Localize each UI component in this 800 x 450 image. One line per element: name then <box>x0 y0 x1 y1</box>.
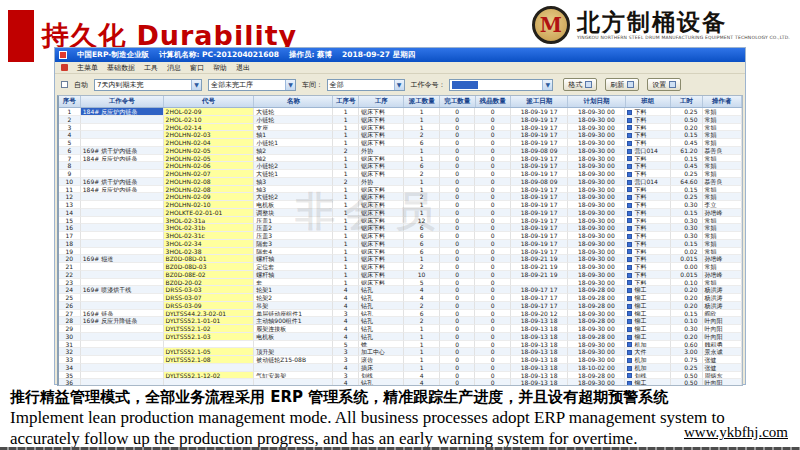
table-row[interactable]: 11184# 反应炉内链条2HOLHN-02-08轴31锯床下料10018-09… <box>59 186 742 194</box>
cell-操作者: 叶向阳 <box>703 333 742 341</box>
cell-名称: 单层链动座组件1 <box>254 310 333 318</box>
team-sort-icon <box>627 218 632 223</box>
cell-班组: 下料 <box>625 155 670 163</box>
column-header-2[interactable]: 代号 <box>164 96 255 107</box>
cell-序号: 16 <box>59 224 81 232</box>
table-row[interactable]: 27169# 链条DYLTSS44.2.3-02-01单层链动座组件13钻孔60… <box>59 310 742 318</box>
column-header-4[interactable]: 工序号 <box>333 96 359 107</box>
process-filter-select[interactable]: 全部未完工序 ▼ <box>208 79 296 91</box>
cell-计划日期: 18-09-28 00 <box>568 333 625 341</box>
cell-工序: 钻孔 <box>359 294 404 302</box>
table-row[interactable]: 42HOLHN-02-03轴11锯床下料20018-09-19 1718-09-… <box>59 131 742 139</box>
cell-残品数量: 0 <box>475 294 511 302</box>
cell-派工数量: 6 <box>404 224 440 232</box>
table-row[interactable]: 35DYLTSS52.1-12-02气缸安装架3划线40018-09-13 18… <box>59 372 742 380</box>
column-header-5[interactable]: 工序 <box>359 96 404 107</box>
table-row[interactable]: 7184# 反应炉内链条2HOLHN-02-05轴21锯床下料10018-09-… <box>59 155 742 163</box>
column-header-0[interactable]: 序号 <box>59 96 81 107</box>
table-row[interactable]: 30DYLTSS52.1-03电机板4钻孔10018-09-13 1818-09… <box>59 333 742 341</box>
cell-计划日期: 18-09-30 00 <box>568 131 625 139</box>
workshop-select[interactable]: 全部 ▼ <box>327 79 405 91</box>
table-row[interactable]: 122HOLHN-02-09大链轮21锯床下料20018-09-19 1718-… <box>59 193 742 201</box>
cell-名称: 气缸安装架 <box>254 372 333 380</box>
cell-序号: 28 <box>59 317 81 325</box>
table-row[interactable]: 32HOL-02-14支座1锯床下料10018-09-19 1718-09-30… <box>59 124 742 132</box>
menu-item-3[interactable]: 消息 <box>167 63 181 73</box>
team-sort-icon <box>627 172 632 177</box>
table-row[interactable]: 28169# 反应升降链条DYLTSS52.1-01-01主动轴900组件14钻… <box>59 317 742 325</box>
table-row[interactable]: 92HOLHN-02-07大链轮11锯床下料20018-09-19 1718-0… <box>59 170 742 178</box>
cell-序号: 24 <box>59 286 81 294</box>
cell-完工数量: 0 <box>440 170 476 178</box>
table-row[interactable]: 153HOL-02-31a压盖11锯床下料120018-09-19 1718-0… <box>59 217 742 225</box>
cell-派工日期: 18-09-19 17 <box>511 217 568 225</box>
table-row[interactable]: 29DYLTSS52.1-02履架连接板4钻孔10018-09-13 1818-… <box>59 325 742 333</box>
cell-班组: 下料 <box>625 162 670 170</box>
table-row[interactable]: 25DRSS-03-07轮架24钻孔40018-09-17 1718-09-28… <box>59 294 742 302</box>
table-row[interactable]: 22HOL-02-10小链轮1锯床下料10018-09-19 1718-09-3… <box>59 116 742 124</box>
menu-item-2[interactable]: 工具 <box>144 63 158 73</box>
menu-item-5[interactable]: 帮助 <box>213 63 227 73</box>
cell-派工日期: 18-09-21 19 <box>511 255 568 263</box>
menu-item-0[interactable]: 主菜单 <box>77 63 98 73</box>
toolbar-button-1[interactable]: 刷新 <box>605 78 639 91</box>
toolbar-button-2[interactable]: 设置 <box>647 78 681 91</box>
menu-item-4[interactable]: 窗口 <box>190 63 204 73</box>
table-row[interactable]: 22BZ0D-08E-02螺杆轴1锯床下料100018-09-21 1918-0… <box>59 271 742 279</box>
date-filter-select[interactable]: 7天内到期未完 ▼ <box>94 79 202 91</box>
cell-序号: 13 <box>59 201 81 209</box>
erp-titlebar[interactable]: 中国ERP-制造企业版 计算机名称: PC-201204021608 操作员: … <box>55 48 745 62</box>
table-row[interactable]: 33DYLTSS52.1-08被动链轮Z15-08B3滚齿10018-09-13… <box>59 356 742 364</box>
table-row[interactable]: 24169# 喷漆烘干线DRSS-03-03轮架14钻孔40018-09-17 … <box>59 286 742 294</box>
column-header-7[interactable]: 完工数量 <box>440 96 476 107</box>
auto-checkbox[interactable] <box>61 81 68 88</box>
table-row[interactable]: 183HOL-02-34隔套31锯床下料60018-09-19 1718-09-… <box>59 240 742 248</box>
column-header-11[interactable]: 班组 <box>626 96 671 107</box>
menu-item-6[interactable]: 退出 <box>236 63 250 73</box>
table-row[interactable]: 52HOLHN-02-04小链轮11锯床下料60018-09-19 1718-0… <box>59 139 742 147</box>
table-row[interactable]: 23BZ0D-20-02套1锯床下料50018-09-30 00下料0.10常娟 <box>59 279 742 287</box>
column-header-12[interactable]: 工时 <box>671 96 703 107</box>
cell-工时: 0.60 <box>671 341 703 349</box>
cell-派工日期: 18-09-19 17 <box>511 201 568 209</box>
cell-序号: 1 <box>59 108 81 116</box>
table-row[interactable]: 132HOLHN-02-10电机板1锯床下料10018-09-19 1718-0… <box>59 201 742 209</box>
table-row[interactable]: 344插床10018-09-13 1818-10-02 00机加0.25张健 <box>59 364 742 372</box>
workorder-select[interactable]: ▼ <box>449 79 553 91</box>
table-row[interactable]: 21BZ0D-08D-03定位套1锯床下料20018-09-21 1918-09… <box>59 263 742 271</box>
table-row[interactable]: 193HOL-02-38隔套41锯床下料60018-09-19 1718-09-… <box>59 248 742 256</box>
cell-工作令号: 169# 喷漆烘干线 <box>81 286 164 294</box>
table-row[interactable]: 173HOL-02-31c压盖31锯床下料60018-09-19 1718-09… <box>59 232 742 240</box>
column-header-9[interactable]: 派工日期 <box>511 96 568 107</box>
column-header-10[interactable]: 计划日期 <box>568 96 625 107</box>
toolbar-button-0[interactable]: 格式 <box>563 78 597 91</box>
cell-名称: 轮架2 <box>254 294 333 302</box>
column-header-6[interactable]: 派工数量 <box>404 96 440 107</box>
cell-派工数量: 5 <box>404 279 440 287</box>
table-row[interactable]: 82HOLHN-02-06小链轮21锯床下料60018-09-19 1718-0… <box>59 162 742 170</box>
cell-名称: 轴1 <box>254 131 333 139</box>
cell-工时: 0.30 <box>671 201 703 209</box>
column-header-13[interactable]: 操作者 <box>703 96 742 107</box>
column-header-3[interactable]: 名称 <box>254 96 333 107</box>
cell-完工数量: 0 <box>440 263 476 271</box>
cell-名称: 吊架 <box>254 302 333 310</box>
table-row[interactable]: 364钻孔40018-09-13 1818-09-30 00铆工0.50叶向阳 <box>59 379 742 386</box>
table-row[interactable]: 10169# 烘干炉内链条2HOLHN-02-08轴32外协10018-09-0… <box>59 178 742 186</box>
menu-item-1[interactable]: 基础数据 <box>107 63 135 73</box>
column-header-1[interactable]: 工作令号 <box>81 96 164 107</box>
table-row[interactable]: 315铣10018-09-13 1818-09-30 00机加0.60魏积勇 <box>59 341 742 349</box>
table-row[interactable]: 32DYLTSS52.1-05顶升架3加工中心10018-09-13 1818-… <box>59 348 742 356</box>
table-row[interactable]: 1184# 反应炉内链条2HOL-02-09大链轮1锯床下料10018-09-1… <box>59 108 742 116</box>
cell-工作令号: 169# 辊道 <box>81 255 164 263</box>
table-row[interactable]: 6169# 烘干炉内链条2HOLHN-02-05轴22外协10018-09-08… <box>59 147 742 155</box>
table-row[interactable]: 142HOLKTE-02-01-01调整块1锯床下料10018-09-19 17… <box>59 209 742 217</box>
column-header-8[interactable]: 残品数量 <box>476 96 512 107</box>
cell-班组: 下料 <box>625 108 670 116</box>
website-link[interactable]: www.ykbfhj.com <box>684 424 788 441</box>
table-row[interactable]: 163HOL-02-31b压盖21锯床下料60018-09-19 1718-09… <box>59 224 742 232</box>
table-row[interactable]: 26DRSS-03-09吊架4钻孔20018-09-17 1718-09-28 … <box>59 302 742 310</box>
cell-序号: 7 <box>59 155 81 163</box>
cell-完工数量: 0 <box>440 294 476 302</box>
table-row[interactable]: 20169# 辊道BZ0D-08D-01螺杆轴1锯床下料10018-09-21 … <box>59 255 742 263</box>
